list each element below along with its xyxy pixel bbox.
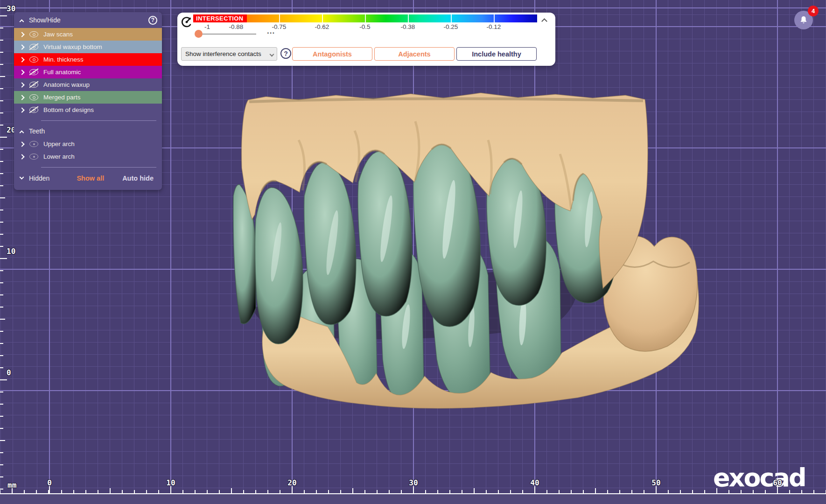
visibility-eye-dim-icon[interactable] [29,141,38,147]
visibility-eye-icon[interactable] [29,31,38,37]
visibility-eye-icon[interactable] [29,56,38,63]
sidebar-item-label: Merged parts [43,94,81,101]
sidebar-item-label: Upper arch [43,140,75,147]
expand-chevron-icon[interactable] [19,44,24,49]
expand-chevron-icon[interactable] [19,70,24,75]
sidebar-item-label: Lower arch [43,153,75,160]
contacts-mode-dropdown[interactable]: Show interference contacts [181,47,277,61]
expand-chevron-icon[interactable] [19,32,24,37]
application-window: mm 0 10 20 30 40 50 60 30 20 10 0 exocad… [0,0,826,504]
help-icon[interactable]: ? [280,48,291,59]
visibility-eye-off-icon[interactable] [29,44,38,50]
expand-chevron-icon[interactable] [19,57,24,62]
bell-icon [799,15,808,25]
sidebar-item-lower-arch[interactable]: Lower arch [14,150,162,163]
expand-chevron-icon[interactable] [19,107,24,112]
panel-title: Show/Hide [29,16,148,24]
scale-tick-label: -0.62 [315,23,329,30]
scale-separator [494,14,495,22]
intersection-color-scale: INTERSECTION [193,14,537,22]
visibility-eye-off-icon[interactable] [29,82,38,88]
bottom-ruler-label: 30 [409,478,418,487]
left-ruler-label: 0 [7,368,11,377]
expand-chevron-icon[interactable] [19,141,24,147]
notification-count-badge: 4 [808,6,819,16]
scale-tick-label: -0.88 [229,23,244,30]
sidebar-item-jaw-scans[interactable]: Jaw scans [14,28,162,41]
threshold-slider-track[interactable] [198,34,256,35]
visibility-eye-icon[interactable] [29,94,38,100]
intersection-toolbar: INTERSECTION -1 -0.88 -0.75 -0.62 -0.5 -… [177,13,555,66]
scale-tick-label: -1 [204,23,210,30]
scale-separator [322,14,323,22]
show-hide-panel: Show/Hide ? Jaw scans Virtual waxup bott… [14,12,162,190]
sidebar-item-label: Anatomic waxup [43,81,90,88]
scale-separator [451,14,452,22]
bottom-ruler-label: 20 [287,478,296,487]
bottom-ruler-label: 10 [166,478,175,487]
scale-title-chip: INTERSECTION [193,14,247,22]
scale-tick-label: -0.25 [444,23,458,30]
sidebar-item-label: Min. thickness [43,56,84,63]
dropdown-value: Show interference contacts [185,50,261,57]
help-icon[interactable]: ? [148,16,157,25]
show-all-button[interactable]: Show all [77,175,104,182]
collapse-chevron-icon[interactable] [20,19,24,24]
hidden-section: Hidden Show all Auto hide [14,171,162,185]
gauge-icon [180,15,193,28]
hidden-label: Hidden [29,175,49,182]
bottom-ruler-label: 0 [47,478,52,487]
bottom-ruler-label: 50 [651,478,660,487]
bottom-ruler-strip [0,494,826,504]
bottom-ruler-label: 60 [773,478,782,487]
divider [41,167,156,168]
bottom-ruler-ticks-major [0,486,826,493]
scale-tick-label: -0.38 [401,23,415,30]
auto-hide-button[interactable]: Auto hide [122,175,154,182]
visibility-eye-dim-icon[interactable] [29,154,38,160]
expand-chevron-icon[interactable] [19,82,24,87]
visibility-eye-off-icon[interactable] [29,69,38,75]
sidebar-item-label: Bottom of designs [43,106,94,113]
sidebar-item-label: Virtual waxup bottom [43,43,102,50]
adjacents-button[interactable]: Adjacents [374,47,455,61]
sidebar-item-full-anatomic[interactable]: Full anatomic [14,66,162,78]
more-options-ellipsis[interactable]: ... [267,27,275,36]
chevron-down-icon [270,52,274,57]
section-title: Teeth [29,127,157,135]
collapse-chevron-icon[interactable] [20,130,24,135]
sidebar-item-label: Full anatomic [43,69,81,76]
bottom-ruler-label: 40 [530,478,539,487]
panel-collapse-chevron[interactable] [541,18,547,24]
expand-chevron-icon[interactable] [19,154,24,159]
left-ruler-label: 30 [7,4,15,13]
scale-tick-label: -0.5 [359,23,370,30]
scale-separator [365,14,366,22]
sidebar-item-min-thickness[interactable]: Min. thickness [14,53,162,66]
visibility-eye-off-icon[interactable] [29,107,38,113]
expand-chevron-icon[interactable] [20,175,24,179]
ruler-unit-label: mm [7,481,16,490]
sidebar-item-virtual-waxup-bottom[interactable]: Virtual waxup bottom [14,41,162,53]
sidebar-item-bottom-of-designs[interactable]: Bottom of designs [14,104,162,116]
left-ruler-ticks-major [0,0,7,493]
antagonists-button[interactable]: Antagonists [292,47,372,61]
scale-tick-label: -0.12 [487,23,501,30]
sidebar-item-label: Jaw scans [43,31,73,38]
sidebar-item-upper-arch[interactable]: Upper arch [14,138,162,150]
scale-separator [408,14,409,22]
divider [41,120,156,121]
show-hide-header: Show/Hide ? [14,12,162,28]
sidebar-item-anatomic-waxup[interactable]: Anatomic waxup [14,78,162,91]
include-healthy-button[interactable]: Include healthy [456,47,537,61]
left-ruler-label: 10 [7,247,15,256]
sidebar-item-merged-parts[interactable]: Merged parts [14,91,162,104]
teeth-section-header: Teeth [14,125,162,138]
expand-chevron-icon[interactable] [19,95,24,100]
threshold-slider-handle[interactable] [195,30,203,38]
scale-separator [279,14,280,22]
